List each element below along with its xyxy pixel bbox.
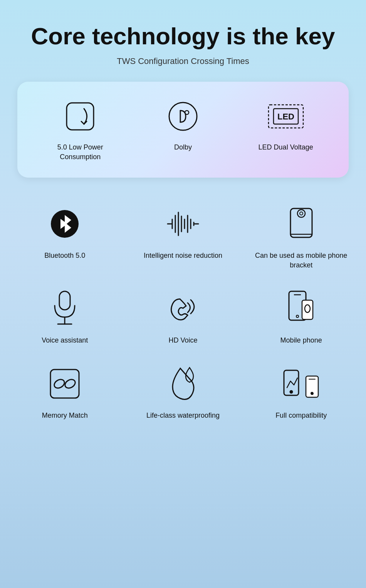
hd-voice-icon: [164, 289, 202, 328]
card-label-dolby: Dolby: [174, 143, 192, 152]
svg-point-35: [290, 391, 292, 393]
memory-match-icon: [45, 365, 84, 403]
feature-memory-match: Memory Match: [10, 365, 120, 420]
voice-assistant-icon: [45, 289, 84, 328]
svg-point-29: [296, 315, 299, 318]
card-item-low-power: 5.0 Low Power Consumption: [38, 97, 123, 162]
feature-label-waterproofing: Life-class waterproofing: [146, 411, 220, 420]
card-label-led: LED Dual Voltage: [259, 143, 313, 152]
noise-reduction-icon: [164, 205, 202, 243]
feature-label-bluetooth: Bluetooth 5.0: [44, 251, 85, 260]
feature-phone-bracket: Can be used as mobile phone bracket: [246, 205, 356, 270]
svg-point-37: [311, 393, 313, 395]
feature-mobile-phone: Mobile phone: [246, 289, 356, 345]
feature-compatibility: Full compatibility: [246, 365, 356, 420]
card-item-dolby: Dolby: [141, 97, 225, 152]
svg-point-33: [64, 378, 77, 390]
features-card: 5.0 Low Power Consumption Dolby LED: [17, 82, 349, 177]
svg-point-21: [297, 210, 305, 217]
svg-point-4: [185, 111, 189, 114]
feature-label-voice-assistant: Voice assistant: [42, 336, 88, 345]
led-icon: LED: [267, 97, 305, 136]
card-label-low-power: 5.0 Low Power Consumption: [38, 143, 123, 162]
svg-point-3: [169, 102, 197, 130]
bluetooth-icon: [45, 205, 84, 243]
feature-label-mobile-phone: Mobile phone: [280, 336, 322, 345]
features-grid: Bluetooth 5.0 Intelligent noise reductio…: [10, 205, 356, 421]
feature-bluetooth: Bluetooth 5.0: [10, 205, 120, 270]
svg-point-22: [300, 212, 303, 215]
svg-rect-0: [67, 103, 94, 130]
feature-hd-voice: HD Voice: [128, 289, 238, 345]
page-title: Core technology is the key: [31, 23, 335, 49]
card-item-led: LED LED Dual Voltage: [243, 97, 328, 152]
svg-rect-19: [290, 208, 312, 237]
feature-label-compatibility: Full compatibility: [275, 411, 327, 420]
feature-label-memory-match: Memory Match: [42, 411, 88, 420]
feature-noise-reduction: Intelligent noise reduction: [128, 205, 238, 270]
dolby-icon: [164, 97, 202, 136]
svg-text:LED: LED: [277, 112, 294, 121]
mobile-phone-icon: [282, 289, 321, 328]
feature-waterproofing: Life-class waterproofing: [128, 365, 238, 420]
feature-label-noise-reduction: Intelligent noise reduction: [144, 251, 222, 260]
page-subtitle: TWS Configuration Crossing Times: [117, 56, 249, 66]
svg-point-32: [53, 378, 66, 390]
svg-rect-23: [59, 291, 70, 310]
compatibility-icon: [282, 365, 321, 403]
feature-label-phone-bracket: Can be used as mobile phone bracket: [246, 251, 356, 270]
waterproofing-icon: [164, 365, 202, 403]
low-power-icon: [61, 97, 99, 136]
svg-rect-27: [302, 300, 313, 319]
feature-label-hd-voice: HD Voice: [168, 336, 197, 345]
phone-bracket-icon: [282, 205, 321, 243]
feature-voice-assistant: Voice assistant: [10, 289, 120, 345]
